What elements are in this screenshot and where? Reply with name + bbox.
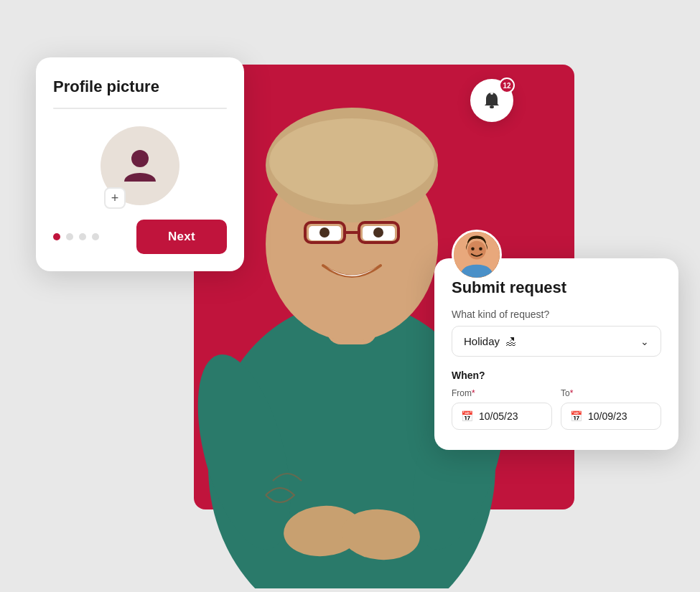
request-type-select[interactable]: Holiday 🏖 ⌄ <box>452 326 661 357</box>
chevron-down-icon: ⌄ <box>640 336 649 347</box>
next-button[interactable]: Next <box>136 220 227 254</box>
to-label: To* <box>561 388 661 398</box>
svg-point-22 <box>479 247 482 250</box>
from-date-input[interactable]: 📅 10/05/23 <box>452 403 552 430</box>
bell-button[interactable]: 12 <box>470 79 513 122</box>
svg-point-16 <box>131 150 149 167</box>
submit-request-card: Submit request What kind of request? Hol… <box>434 258 678 450</box>
dot-4 <box>92 233 99 240</box>
svg-point-10 <box>319 227 330 238</box>
date-range-row: From* 📅 10/05/23 To* 📅 10/09/23 <box>452 388 661 430</box>
from-date-value: 10/05/23 <box>479 410 518 422</box>
notification-count: 12 <box>499 77 515 93</box>
user-avatar-image <box>454 230 500 280</box>
from-required-star: * <box>472 388 475 398</box>
calendar-from-icon: 📅 <box>461 410 473 422</box>
notification-bell[interactable]: 12 <box>470 79 513 122</box>
card-divider <box>53 108 227 109</box>
profile-picture-card: Profile picture + Next <box>36 57 244 271</box>
holiday-emoji: 🏖 <box>505 335 516 347</box>
dot-1 <box>53 233 60 240</box>
svg-point-4 <box>269 118 434 205</box>
add-photo-button[interactable]: + <box>104 187 126 209</box>
select-value-area: Holiday 🏖 <box>464 335 516 347</box>
dot-2 <box>66 233 73 240</box>
to-required-star: * <box>570 388 574 398</box>
progress-dots <box>53 233 99 240</box>
svg-point-21 <box>471 247 475 250</box>
to-date-field: To* 📅 10/09/23 <box>561 388 661 430</box>
person-icon <box>120 146 160 186</box>
profile-card-title: Profile picture <box>53 77 227 96</box>
avatar-area: + <box>53 126 227 205</box>
request-type-label: What kind of request? <box>452 309 661 320</box>
svg-point-18 <box>490 92 493 95</box>
user-avatar <box>452 230 502 280</box>
select-text: Holiday <box>464 335 500 347</box>
calendar-to-icon: 📅 <box>570 410 582 422</box>
to-date-input[interactable]: 📅 10/09/23 <box>561 403 661 430</box>
svg-point-11 <box>373 227 383 238</box>
from-date-field: From* 📅 10/05/23 <box>452 388 552 430</box>
to-date-value: 10/09/23 <box>588 410 627 422</box>
when-label: When? <box>452 370 661 381</box>
from-label: From* <box>452 388 552 398</box>
avatar-circle: + <box>101 126 179 205</box>
svg-rect-17 <box>490 105 494 108</box>
bell-icon <box>482 90 502 111</box>
submit-card-title: Submit request <box>452 278 661 297</box>
card-footer: Next <box>53 220 227 254</box>
scene: Profile picture + Next <box>0 0 700 592</box>
dot-3 <box>79 233 86 240</box>
